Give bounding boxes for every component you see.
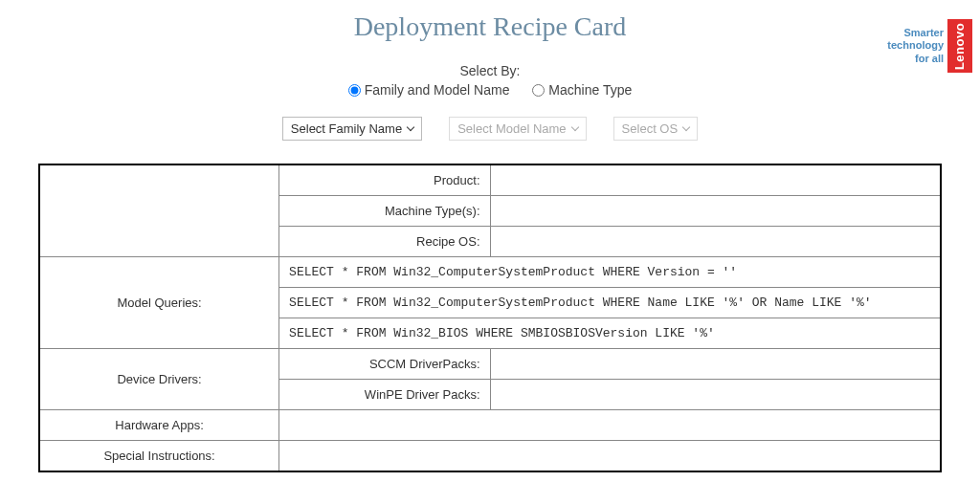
recipe-os-value [490,226,941,256]
recipe-table: Product: Machine Type(s): Recipe OS: Mod… [38,164,942,472]
table-row: Hardware Apps: [39,409,941,440]
sccm-label: SCCM DriverPacks: [279,348,490,379]
model-query: SELECT * FROM Win32_ComputerSystemProduc… [279,287,941,318]
hardware-apps-value [279,409,941,440]
radio-family-model-input[interactable] [348,84,361,97]
radio-machine-type-input[interactable] [532,84,545,97]
family-select[interactable]: Select Family Name [282,117,422,141]
product-value [490,164,941,196]
page-title: Deployment Recipe Card [0,0,980,42]
tagline-line: Smarter [887,27,944,39]
sccm-value [490,348,941,379]
select-label: Select Family Name [291,121,402,136]
model-queries-label: Model Queries: [39,256,279,348]
recipe-os-label: Recipe OS: [279,226,490,256]
radio-label: Family and Model Name [365,82,510,98]
select-by-radio-group: Family and Model Name Machine Type [0,82,980,99]
table-row: Model Queries: SELECT * FROM Win32_Compu… [39,256,941,287]
model-query: SELECT * FROM Win32_ComputerSystemProduc… [279,256,941,287]
winpe-value [490,379,941,409]
brand-logo: Smarter technology for all Lenovo [887,19,972,73]
select-label: Select Model Name [457,121,566,136]
chevron-down-icon [407,122,414,130]
special-instructions-value [279,440,941,471]
product-label: Product: [279,164,490,196]
select-by-label: Select By: [0,63,980,78]
table-row: Device Drivers: SCCM DriverPacks: [39,348,941,379]
model-select: Select Model Name [449,117,586,141]
chevron-down-icon [682,122,690,130]
hardware-apps-label: Hardware Apps: [39,409,279,440]
os-select: Select OS [613,117,699,141]
machine-types-label: Machine Type(s): [279,195,490,226]
model-query: SELECT * FROM Win32_BIOS WHERE SMBIOSBIO… [279,318,941,348]
lenovo-logo-icon: Lenovo [947,19,972,73]
radio-family-model[interactable]: Family and Model Name [348,82,510,98]
table-row: Product: [39,164,941,196]
special-instructions-label: Special Instructions: [39,440,279,471]
winpe-label: WinPE Driver Packs: [279,379,490,409]
radio-label: Machine Type [548,82,632,98]
tagline-line: for all [887,53,944,65]
machine-types-value [490,195,941,226]
device-drivers-label: Device Drivers: [39,348,279,409]
selects-row: Select Family Name Select Model Name Sel… [0,117,980,141]
tagline-line: technology [887,39,944,52]
table-row: Special Instructions: [39,440,941,471]
radio-machine-type[interactable]: Machine Type [532,82,632,98]
chevron-down-icon [570,122,578,130]
select-label: Select OS [622,121,679,136]
